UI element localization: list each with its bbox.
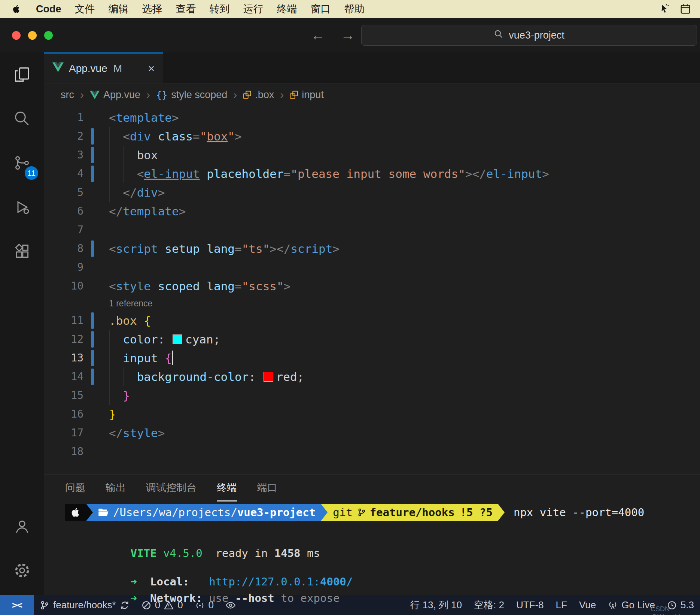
command-center-search[interactable]: vue3-project	[361, 25, 697, 46]
menu-item-7[interactable]: 终端	[270, 2, 304, 16]
run-debug-icon[interactable]	[0, 185, 44, 229]
statusbar-eol[interactable]: LF	[550, 595, 573, 615]
close-window-button[interactable]	[12, 31, 21, 40]
code-line-7[interactable]: 7	[44, 221, 700, 239]
indent-guide	[123, 164, 137, 183]
breadcrumb-item-App.vue[interactable]: App.vue	[90, 89, 140, 101]
token: box	[137, 148, 158, 162]
git-gutter-mark	[91, 203, 94, 219]
token: el-input	[144, 167, 200, 181]
chevron-right-icon: ›	[146, 88, 150, 101]
breadcrumb-item-.box[interactable]: .box	[243, 89, 274, 101]
history-navigation: ← →	[311, 18, 355, 52]
panel-tab-1[interactable]: 输出	[106, 475, 126, 502]
statusbar-cursor-position[interactable]: 行 13, 列 10	[404, 595, 468, 615]
code-line-17[interactable]: 17</style>	[44, 424, 700, 442]
account-icon[interactable]	[0, 504, 44, 548]
panel-tab-4[interactable]: 端口	[257, 475, 277, 502]
menu-item-8[interactable]: 窗口	[304, 2, 338, 16]
statusbar-ports[interactable]: 0	[189, 595, 220, 615]
code-line-4[interactable]: 4<el-input placeholder="please input som…	[44, 164, 700, 183]
token: =	[193, 130, 200, 143]
code-line-16[interactable]: 16}	[44, 405, 700, 424]
menu-item-9[interactable]: 帮助	[338, 2, 371, 16]
breadcrumb-item-input[interactable]: input	[290, 89, 324, 101]
forward-icon[interactable]: →	[341, 27, 355, 43]
code-line-15[interactable]: 15}	[44, 386, 700, 405]
text-cursor	[172, 351, 173, 365]
code-line-1[interactable]: 1<template>	[44, 108, 700, 127]
terminal[interactable]: /Users/wa/projects/vue3-project git feat…	[44, 502, 700, 590]
explorer-icon[interactable]	[0, 52, 44, 97]
code-line-2[interactable]: 2<div class="box">	[44, 127, 700, 146]
code-line-11[interactable]: 11.box {	[44, 311, 700, 330]
code-line-13[interactable]: 13input {	[44, 349, 700, 367]
statusbar-timer[interactable]: 5.3	[661, 595, 700, 615]
indent-guide	[109, 330, 123, 349]
indent-guide	[109, 386, 123, 405]
menu-item-4[interactable]: 查看	[169, 2, 203, 16]
menu-item-5[interactable]: 转到	[203, 2, 237, 16]
extensions-icon[interactable]	[0, 229, 44, 273]
code-line-9[interactable]: 9	[44, 258, 700, 277]
cursor-icon[interactable]	[659, 3, 670, 15]
code-line-3[interactable]: 3box	[44, 146, 700, 164]
token: =	[235, 242, 242, 255]
token: "	[228, 130, 235, 143]
panel-tab-0[interactable]: 问题	[65, 475, 85, 502]
code-line-8[interactable]: 8<script setup lang="ts"></script>	[44, 239, 700, 258]
menu-item-1[interactable]: 文件	[68, 2, 102, 16]
code-line-10[interactable]: 10<style scoped lang="scss">	[44, 277, 700, 296]
code-text: </style>	[109, 424, 165, 442]
menu-item-2[interactable]: 编辑	[102, 2, 136, 16]
panel-tab-3[interactable]: 终端	[217, 475, 237, 502]
code-line-18[interactable]: 18	[44, 442, 700, 461]
code-text: }	[109, 405, 116, 424]
statusbar-indentation[interactable]: 空格: 2	[468, 595, 510, 615]
menu-item-0[interactable]: Code	[29, 3, 68, 15]
token: scoped	[158, 279, 200, 293]
menu-item-3[interactable]: 选择	[136, 2, 169, 16]
scm-badge: 11	[25, 166, 38, 180]
close-tab-icon[interactable]: ×	[148, 62, 155, 75]
code-line-12[interactable]: 12color: cyan;	[44, 330, 700, 349]
back-icon[interactable]: ←	[311, 27, 325, 43]
statusbar-problems[interactable]: 0 0	[136, 595, 189, 615]
line-number: 12	[44, 330, 83, 349]
sync-icon[interactable]	[120, 600, 130, 610]
token: "please input some words"	[290, 167, 465, 181]
statusbar-language[interactable]: Vue	[573, 595, 602, 615]
token: =	[284, 167, 291, 181]
token: >	[158, 186, 165, 199]
token: <	[109, 242, 116, 255]
breadcrumb-item-stylescoped[interactable]: {}style scoped	[156, 89, 227, 101]
local-port[interactable]: 4000/	[320, 575, 353, 588]
codelens-reference[interactable]: 1 reference	[44, 296, 700, 311]
token: <	[137, 167, 144, 181]
code-text: <style scoped lang="scss">	[109, 277, 290, 296]
apple-menu-icon[interactable]	[9, 4, 24, 14]
statusbar-branch[interactable]: feature/hooks*	[34, 595, 136, 615]
code-line-6[interactable]: 6</template>	[44, 202, 700, 221]
token: script	[116, 242, 158, 255]
statusbar-golive[interactable]: Go Live	[602, 595, 661, 615]
menu-item-6[interactable]: 运行	[237, 2, 270, 16]
go-live-tower-icon	[608, 600, 618, 610]
minimize-window-button[interactable]	[28, 31, 37, 40]
source-control-icon[interactable]: 11	[0, 141, 44, 185]
token: "	[200, 130, 207, 143]
code-editor[interactable]: 1<template>2<div class="box">3box4<el-in…	[44, 106, 700, 474]
code-line-5[interactable]: 5</div>	[44, 183, 700, 202]
local-url[interactable]: http://127.0.0.1:	[209, 575, 320, 588]
tab-app-vue[interactable]: App.vue M ×	[44, 52, 163, 83]
statusbar-encoding[interactable]: UTF-8	[510, 595, 550, 615]
zoom-window-button[interactable]	[44, 31, 53, 40]
panel-tab-2[interactable]: 调试控制台	[146, 475, 197, 502]
settings-gear-icon[interactable]	[0, 548, 44, 593]
search-sidebar-icon[interactable]	[0, 97, 44, 141]
remote-indicator[interactable]: ><	[0, 595, 34, 615]
breadcrumb-item-src[interactable]: src	[61, 89, 74, 101]
calendar-icon[interactable]	[680, 3, 691, 15]
statusbar-screencast[interactable]	[220, 595, 241, 615]
code-line-14[interactable]: 14background-color: red;	[44, 367, 700, 386]
